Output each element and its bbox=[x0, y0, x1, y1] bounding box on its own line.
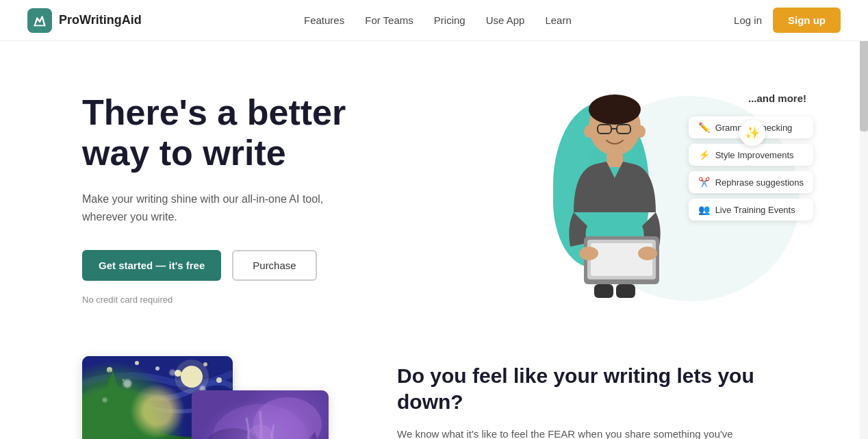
rephrase-icon: ✂️ bbox=[698, 177, 710, 188]
pill-style: ⚡ Style Improvements bbox=[689, 144, 813, 166]
nav-pricing[interactable]: Pricing bbox=[434, 14, 465, 26]
svg-rect-7 bbox=[607, 153, 623, 167]
pill-rephrase-label: Rephrase suggestions bbox=[715, 177, 804, 188]
get-started-button[interactable]: Get started — it's free bbox=[82, 250, 221, 281]
svg-point-20 bbox=[122, 379, 125, 381]
svg-point-27 bbox=[202, 428, 264, 439]
hero-title: There's a better way to write bbox=[82, 92, 346, 175]
section2-title: Do you feel like your writing lets you d… bbox=[397, 363, 813, 414]
grammar-icon: ✏️ bbox=[698, 122, 710, 133]
svg-rect-25 bbox=[192, 390, 329, 439]
svg-point-19 bbox=[203, 362, 207, 366]
section2-body: We know what it's like to feel the FEAR … bbox=[397, 425, 739, 439]
svg-point-26 bbox=[212, 404, 308, 439]
section2-text: Do you feel like your writing lets you d… bbox=[397, 356, 813, 439]
scrollbar-track[interactable] bbox=[860, 0, 868, 439]
painting-abstract bbox=[192, 390, 329, 439]
nav-actions: Log in Sign up bbox=[734, 8, 841, 33]
svg-rect-14 bbox=[616, 284, 635, 298]
nav-for-teams[interactable]: For Teams bbox=[365, 14, 413, 26]
and-more-label: ...and more! bbox=[748, 92, 806, 104]
svg-point-29 bbox=[246, 425, 274, 439]
hero-buttons: Get started — it's free Purchase bbox=[82, 250, 346, 281]
style-icon: ⚡ bbox=[698, 149, 710, 160]
pill-training-label: Live Training Events bbox=[715, 205, 795, 215]
hero-subtitle: Make your writing shine with our all-in-… bbox=[82, 190, 342, 225]
svg-point-6 bbox=[636, 125, 646, 138]
svg-rect-13 bbox=[594, 284, 613, 298]
svg-point-17 bbox=[135, 361, 139, 365]
svg-point-28 bbox=[253, 397, 322, 439]
login-button[interactable]: Log in bbox=[734, 14, 762, 26]
hero-note: No credit card required bbox=[82, 294, 346, 305]
navbar: ProWritingAid Features For Teams Pricing… bbox=[0, 0, 868, 41]
purchase-button[interactable]: Purchase bbox=[232, 250, 316, 281]
section2: My idea in my head Do you feel like your… bbox=[0, 342, 868, 439]
nav-features[interactable]: Features bbox=[304, 14, 344, 26]
hero-left: There's a better way to write Make your … bbox=[82, 92, 346, 305]
nav-links: Features For Teams Pricing Use App Learn bbox=[304, 14, 572, 26]
brand-name: ProWritingAid bbox=[59, 13, 142, 27]
svg-point-22 bbox=[216, 377, 222, 383]
signup-button[interactable]: Sign up bbox=[773, 8, 841, 33]
pill-training: 👥 Live Training Events bbox=[689, 199, 813, 221]
pill-style-label: Style Improvements bbox=[715, 150, 794, 160]
hero-section: There's a better way to write Make your … bbox=[0, 41, 868, 342]
nav-use-app[interactable]: Use App bbox=[486, 14, 525, 26]
svg-point-1 bbox=[589, 95, 641, 125]
training-icon: 👥 bbox=[698, 204, 710, 215]
svg-point-16 bbox=[107, 367, 112, 373]
person-illustration bbox=[546, 89, 683, 301]
svg-point-12 bbox=[638, 247, 657, 260]
svg-point-18 bbox=[175, 370, 181, 377]
pill-rephrase: ✂️ Rephrase suggestions bbox=[689, 171, 813, 193]
section2-images: My idea in my head bbox=[82, 356, 342, 439]
svg-point-5 bbox=[584, 125, 593, 138]
svg-point-11 bbox=[579, 247, 598, 260]
svg-point-21 bbox=[155, 366, 159, 371]
svg-point-23 bbox=[181, 366, 203, 388]
sparkle-badge: ✨ bbox=[739, 120, 765, 146]
logo-icon bbox=[27, 8, 52, 33]
svg-point-24 bbox=[175, 360, 209, 394]
hero-illustration: ...and more! ✨ ✏️ Grammar Checking ⚡ Sty… bbox=[526, 82, 813, 315]
logo-link[interactable]: ProWritingAid bbox=[27, 8, 142, 33]
nav-learn[interactable]: Learn bbox=[545, 14, 571, 26]
